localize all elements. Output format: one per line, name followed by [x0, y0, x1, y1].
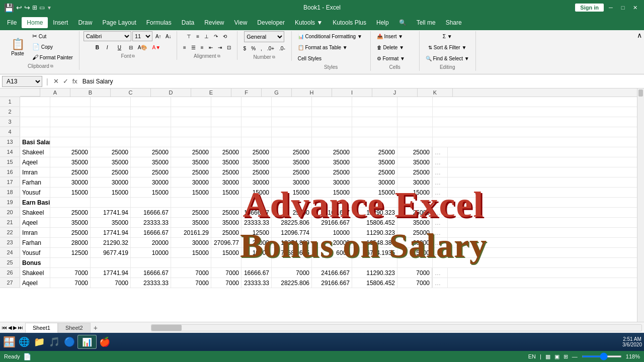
cell[interactable]: 35000: [211, 218, 242, 227]
cell[interactable]: 25000: [171, 167, 211, 177]
cell[interactable]: 12096.774: [272, 228, 312, 237]
close-button[interactable]: ✕: [630, 3, 640, 13]
cell[interactable]: 15806.452: [352, 218, 397, 227]
cell[interactable]: Basi Salary: [20, 137, 50, 147]
cell[interactable]: 30000: [131, 177, 171, 187]
col-header-i[interactable]: I: [332, 88, 372, 97]
cell[interactable]: Shakeel: [20, 208, 50, 217]
cell[interactable]: 15000: [352, 188, 397, 197]
chrome-icon[interactable]: 🔵: [62, 335, 76, 349]
cell[interactable]: 25000: [211, 167, 242, 177]
cell[interactable]: 13548.387: [352, 238, 397, 247]
cell-overflow[interactable]: …: [433, 157, 448, 167]
currency-button[interactable]: $: [242, 43, 249, 53]
cell[interactable]: 28225.806: [272, 218, 312, 227]
cell[interactable]: 27096.77: [211, 238, 242, 247]
cell[interactable]: [272, 107, 312, 117]
cell[interactable]: [20, 107, 50, 117]
col-header-a[interactable]: A: [40, 88, 70, 97]
cell[interactable]: [272, 258, 312, 267]
menu-kutools-plus[interactable]: Kutools Plus: [328, 17, 371, 28]
copy-button[interactable]: 📄 Copy: [30, 42, 75, 52]
cell[interactable]: 35000: [352, 157, 397, 167]
cell[interactable]: [211, 97, 242, 107]
cell[interactable]: [242, 127, 272, 137]
sheet-tab-1[interactable]: Sheet1: [25, 323, 58, 333]
cell[interactable]: 25000: [211, 228, 242, 237]
cell[interactable]: 15000: [131, 188, 171, 197]
cell[interactable]: 25000: [131, 147, 171, 157]
horizontal-scrollbar[interactable]: [151, 324, 642, 331]
cell[interactable]: 35000: [171, 218, 211, 227]
cell[interactable]: [20, 127, 50, 137]
cell[interactable]: [50, 198, 91, 207]
cell[interactable]: 21290.32: [91, 238, 131, 247]
increase-font-button[interactable]: A↑: [153, 31, 163, 41]
cell[interactable]: [211, 198, 242, 207]
bold-button[interactable]: B: [94, 42, 104, 52]
cell[interactable]: 17741.94: [91, 208, 131, 217]
cell-overflow[interactable]: …: [433, 238, 448, 247]
cell[interactable]: 25000: [50, 147, 91, 157]
app-icon[interactable]: 🍎: [98, 335, 112, 349]
cell[interactable]: 35000: [50, 218, 91, 227]
cell[interactable]: 35000: [397, 157, 433, 167]
cut-button[interactable]: ✂ Cut: [30, 31, 75, 41]
cell[interactable]: 30000: [272, 177, 312, 187]
insert-function-button[interactable]: fx: [71, 77, 78, 85]
excel-taskbar-btn[interactable]: 📊: [77, 335, 97, 349]
cell[interactable]: [211, 107, 242, 117]
cell[interactable]: 16666.67: [242, 268, 272, 278]
cell[interactable]: Aqeel: [20, 278, 50, 288]
format-painter-button[interactable]: 🖌 Format Painter: [30, 52, 75, 62]
cell[interactable]: [131, 258, 171, 267]
cell[interactable]: [91, 107, 131, 117]
row-header[interactable]: 14: [0, 147, 20, 157]
format-as-table-button[interactable]: 📋 Format as Table ▼: [296, 42, 366, 52]
cell[interactable]: [397, 117, 433, 127]
number-format-select[interactable]: General: [244, 31, 284, 42]
cell[interactable]: 29166.667: [312, 218, 352, 227]
cell[interactable]: [171, 137, 211, 147]
cell[interactable]: 30000: [397, 238, 433, 247]
cell[interactable]: 7000: [50, 268, 91, 278]
cell[interactable]: 23333.33: [131, 278, 171, 288]
ribbon-collapse-button[interactable]: ∧: [637, 31, 642, 39]
menu-search-icon[interactable]: 🔍: [394, 17, 412, 28]
align-top-button[interactable]: ⊤: [185, 31, 193, 41]
cell[interactable]: Yousuf: [20, 248, 50, 257]
cell[interactable]: 35000: [272, 157, 312, 167]
cell[interactable]: 35000: [91, 157, 131, 167]
cell[interactable]: 25000: [312, 167, 352, 177]
menu-developer[interactable]: Developer: [252, 17, 290, 28]
cell[interactable]: 30000: [211, 177, 242, 187]
cell[interactable]: [397, 137, 433, 147]
cell[interactable]: [171, 117, 211, 127]
h-scroll-thumb[interactable]: [151, 325, 182, 331]
percent-button[interactable]: %: [249, 43, 258, 53]
cell[interactable]: 7000: [171, 278, 211, 288]
sign-in-button[interactable]: Sign in: [575, 4, 604, 12]
cell-overflow[interactable]: …: [433, 147, 448, 157]
cell[interactable]: [131, 127, 171, 137]
cell[interactable]: 23333.33: [242, 218, 272, 227]
cell[interactable]: [50, 107, 91, 117]
cell[interactable]: 9677.419: [91, 248, 131, 257]
cell[interactable]: [352, 137, 397, 147]
cell[interactable]: [352, 117, 397, 127]
cell[interactable]: 15000: [171, 188, 211, 197]
menu-page-layout[interactable]: Page Layout: [97, 17, 141, 28]
sheet-tab-2[interactable]: Sheet2: [58, 323, 91, 333]
cell[interactable]: 25000: [91, 167, 131, 177]
cell-overflow[interactable]: …: [433, 208, 448, 217]
cell[interactable]: 15000: [272, 188, 312, 197]
col-header-e[interactable]: E: [191, 88, 231, 97]
col-header-k[interactable]: K: [418, 88, 453, 97]
page-break-icon[interactable]: ⊞: [564, 353, 568, 360]
cell[interactable]: 7000: [50, 278, 91, 288]
row-header[interactable]: 22: [0, 228, 20, 237]
cancel-formula-button[interactable]: ✕: [52, 77, 60, 85]
cell[interactable]: [272, 137, 312, 147]
cell[interactable]: [352, 107, 397, 117]
cell[interactable]: 7000: [211, 268, 242, 278]
